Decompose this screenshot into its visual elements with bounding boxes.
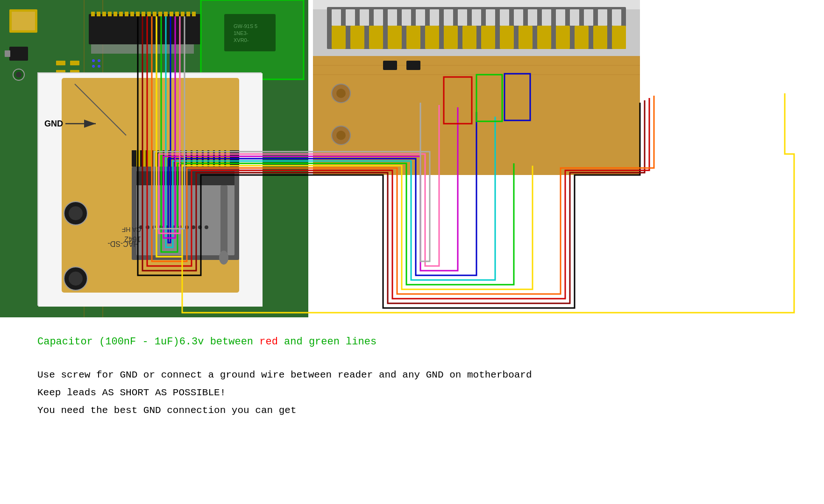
instruction-1: Use screw for GND or connect a ground wi… <box>37 366 785 384</box>
svg-point-34 <box>16 72 21 77</box>
svg-rect-130 <box>612 9 621 26</box>
svg-point-73 <box>69 206 83 220</box>
svg-rect-104 <box>519 26 533 49</box>
svg-rect-9 <box>119 12 123 16</box>
svg-rect-99 <box>425 26 439 49</box>
svg-point-86 <box>205 225 208 229</box>
svg-rect-129 <box>598 9 607 26</box>
instructions: Use screw for GND or connect a ground wi… <box>37 366 785 419</box>
svg-rect-11 <box>130 12 134 16</box>
svg-rect-67 <box>220 150 224 167</box>
svg-point-76 <box>139 225 143 229</box>
svg-rect-106 <box>556 26 570 49</box>
svg-rect-17 <box>164 12 168 16</box>
svg-point-83 <box>185 225 189 229</box>
gnd-label: GND <box>44 117 103 131</box>
svg-text:CA HF: CA HF <box>122 226 141 233</box>
svg-rect-55 <box>153 150 157 167</box>
svg-point-78 <box>152 225 156 229</box>
svg-rect-122 <box>500 9 509 26</box>
svg-rect-113 <box>374 9 383 26</box>
svg-rect-64 <box>204 150 207 167</box>
svg-rect-117 <box>430 9 439 26</box>
svg-rect-48 <box>136 171 234 185</box>
instruction-2: Keep leads AS SHORT AS POSSIBLE! <box>37 384 785 402</box>
svg-rect-96 <box>369 26 383 49</box>
svg-rect-127 <box>570 9 579 26</box>
svg-rect-19 <box>175 12 179 16</box>
svg-rect-123 <box>514 9 523 26</box>
svg-rect-54 <box>148 150 151 167</box>
svg-rect-14 <box>147 12 151 16</box>
svg-point-85 <box>198 225 202 229</box>
caption-green: green <box>309 336 340 348</box>
svg-point-38 <box>98 65 100 68</box>
svg-point-84 <box>192 225 195 229</box>
svg-rect-102 <box>481 26 495 49</box>
caption-suffix: lines <box>340 336 376 348</box>
svg-rect-114 <box>388 9 397 26</box>
svg-rect-12 <box>136 12 140 16</box>
svg-rect-30 <box>91 44 194 54</box>
svg-rect-139 <box>406 61 420 70</box>
sd-reader-overlay: 1642 CA HF HAC-SD- <box>37 72 262 306</box>
svg-point-75 <box>69 272 83 286</box>
svg-rect-49 <box>220 185 227 255</box>
svg-rect-65 <box>209 150 213 167</box>
svg-point-82 <box>178 225 182 229</box>
svg-rect-60 <box>181 150 185 167</box>
svg-rect-29 <box>201 0 304 79</box>
svg-rect-121 <box>486 9 495 26</box>
svg-rect-111 <box>346 9 355 26</box>
svg-point-135 <box>336 89 346 98</box>
svg-rect-105 <box>537 26 551 49</box>
svg-rect-8 <box>114 12 117 16</box>
svg-rect-58 <box>170 150 174 167</box>
svg-rect-124 <box>528 9 537 26</box>
svg-rect-21 <box>186 12 190 16</box>
svg-rect-61 <box>187 150 191 167</box>
svg-rect-126 <box>556 9 565 26</box>
svg-rect-63 <box>198 150 202 167</box>
svg-rect-3 <box>89 14 201 44</box>
svg-rect-107 <box>575 26 589 49</box>
svg-rect-18 <box>170 12 173 16</box>
svg-rect-53 <box>142 150 146 167</box>
svg-rect-128 <box>584 9 593 26</box>
svg-point-81 <box>172 225 176 229</box>
svg-rect-120 <box>472 9 481 26</box>
svg-rect-112 <box>360 9 369 26</box>
svg-text:HAC-SD-: HAC-SD- <box>107 240 139 248</box>
svg-point-35 <box>92 59 95 62</box>
svg-rect-4 <box>91 12 95 16</box>
svg-rect-66 <box>215 150 219 167</box>
caption-area: Capacitor (100nF - 1uF)6.3v between red … <box>37 336 785 419</box>
svg-rect-31 <box>9 47 28 61</box>
svg-rect-32 <box>5 50 10 57</box>
svg-rect-40 <box>70 61 79 65</box>
svg-point-50 <box>219 251 228 265</box>
svg-point-137 <box>336 131 346 140</box>
caption-red: red <box>259 336 278 348</box>
svg-point-77 <box>146 225 149 229</box>
svg-rect-59 <box>176 150 179 167</box>
svg-rect-6 <box>102 12 106 16</box>
caption-prefix: Capacitor (100nF - 1uF)6.3v between <box>37 336 259 348</box>
svg-rect-97 <box>388 26 402 49</box>
svg-rect-5 <box>97 12 100 16</box>
svg-rect-109 <box>612 26 626 49</box>
svg-rect-108 <box>593 26 607 49</box>
svg-rect-22 <box>192 12 196 16</box>
svg-point-36 <box>98 59 100 62</box>
svg-rect-118 <box>444 9 453 26</box>
svg-rect-15 <box>153 12 156 16</box>
svg-rect-119 <box>458 9 467 26</box>
pcb-right <box>313 0 640 175</box>
svg-rect-24 <box>12 12 35 30</box>
instruction-3: You need the best GND connection you can… <box>37 402 785 420</box>
svg-rect-52 <box>136 150 140 167</box>
svg-rect-98 <box>406 26 420 49</box>
svg-rect-16 <box>158 12 162 16</box>
svg-rect-56 <box>159 150 163 167</box>
svg-rect-131 <box>313 56 640 175</box>
